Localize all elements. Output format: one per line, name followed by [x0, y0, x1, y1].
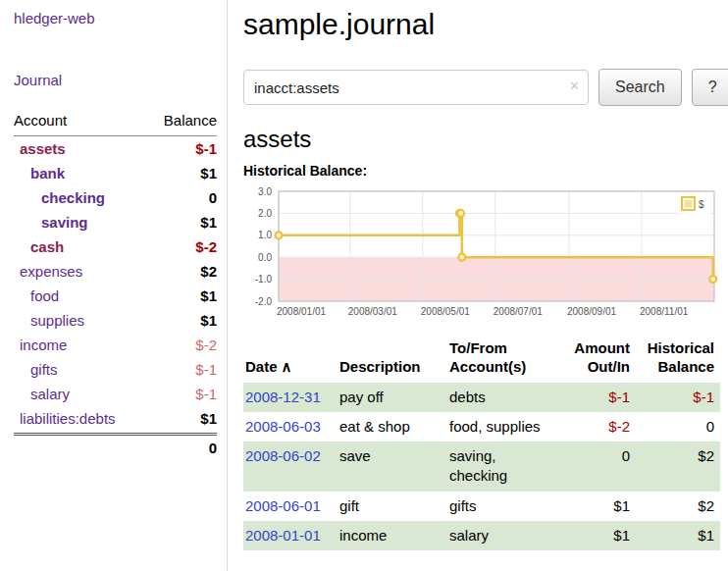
svg-text:1.0: 1.0: [258, 230, 272, 240]
account-balance: $-1: [195, 386, 217, 402]
svg-text:0.0: 0.0: [258, 252, 272, 263]
balance-column-header: Balance: [164, 112, 217, 129]
account-link-checking[interactable]: checking: [20, 189, 105, 206]
account-row: salary$-1: [14, 382, 217, 406]
account-link-saving[interactable]: saving: [20, 214, 88, 231]
transaction-row: 2008-01-01incomesalary$1$1: [243, 521, 720, 550]
nav-journal-link[interactable]: Journal: [14, 72, 217, 88]
account-link-liabilities-debts[interactable]: liabilities:debts: [20, 410, 116, 427]
total-balance: 0: [209, 440, 217, 456]
transaction-balance: $-1: [636, 383, 720, 412]
transaction-row: 2008-06-01giftgifts$1$2: [243, 492, 720, 521]
transaction-amount: $1: [555, 521, 636, 550]
svg-text:2008/07/01: 2008/07/01: [494, 306, 543, 317]
account-balance: $-2: [195, 337, 217, 353]
search-box: ✕: [243, 70, 589, 105]
header-date[interactable]: Date∧: [243, 336, 338, 383]
account-row: food$1: [14, 284, 217, 308]
account-balance: $-1: [195, 361, 217, 378]
search-bar: ✕ Search ?: [243, 69, 728, 106]
account-balance: $1: [200, 287, 217, 304]
svg-text:2008/03/01: 2008/03/01: [348, 306, 397, 317]
chart-container: 3.02.01.00.0-1.0-2.02008/01/012008/03/01…: [243, 186, 720, 326]
account-row: checking0: [14, 185, 217, 210]
svg-text:2008/11/01: 2008/11/01: [640, 306, 689, 317]
account-row: gifts$-1: [14, 357, 217, 382]
transaction-accounts: salary: [447, 521, 555, 550]
header-date-label: Date: [245, 358, 278, 375]
svg-text:2008/09/01: 2008/09/01: [567, 306, 616, 317]
main-content: sample.journal ✕ Search ? assets Histori…: [228, 0, 728, 571]
account-column-header: Account: [14, 112, 67, 129]
chart-title: Historical Balance:: [243, 163, 728, 179]
brand-link[interactable]: hledger-web: [14, 10, 217, 26]
transaction-description: save: [338, 441, 447, 492]
transaction-balance: $2: [636, 441, 720, 492]
account-link-gifts[interactable]: gifts: [20, 361, 58, 378]
account-link-food[interactable]: food: [20, 287, 59, 304]
transaction-amount: 0: [555, 441, 636, 492]
transaction-amount: $-2: [555, 412, 636, 441]
clear-search-icon[interactable]: ✕: [569, 79, 580, 92]
account-link-assets[interactable]: assets: [20, 140, 66, 157]
account-balance: $1: [200, 214, 217, 231]
account-link-bank[interactable]: bank: [20, 165, 65, 182]
transaction-date-link[interactable]: 2008-06-01: [245, 497, 321, 514]
account-balance: $2: [200, 263, 217, 280]
sort-ascending-icon: ∧: [282, 358, 292, 375]
transaction-date-cell: 2008-06-03: [243, 412, 338, 441]
transactions-table: Date∧ Description To/From Account(s) Amo…: [243, 336, 720, 550]
transaction-balance: 0: [636, 412, 720, 441]
account-balance: $1: [200, 165, 217, 182]
header-description: Description: [338, 336, 447, 383]
header-amount: Amount Out/In: [555, 336, 636, 383]
transaction-date-cell: 2008-06-02: [243, 441, 338, 492]
account-link-expenses[interactable]: expenses: [20, 263, 82, 280]
account-balance: 0: [209, 189, 217, 206]
total-row: 0: [14, 433, 217, 460]
account-link-income[interactable]: income: [20, 337, 67, 353]
transaction-accounts: debts: [447, 383, 555, 412]
account-balance: $-1: [195, 140, 217, 157]
account-row: saving$1: [14, 210, 217, 234]
transaction-accounts: food, supplies: [447, 412, 555, 441]
svg-text:3.0: 3.0: [258, 186, 272, 197]
transaction-date-link[interactable]: 2008-12-31: [245, 389, 321, 405]
search-input[interactable]: [243, 70, 589, 105]
transaction-date-link[interactable]: 2008-06-02: [245, 447, 321, 464]
account-tree-header: Account Balance: [14, 108, 217, 136]
account-link-salary[interactable]: salary: [20, 386, 70, 402]
account-balance: $-2: [195, 238, 217, 255]
transaction-date-link[interactable]: 2008-06-03: [245, 418, 321, 435]
account-row: expenses$2: [14, 259, 217, 284]
transaction-description: eat & shop: [338, 412, 447, 441]
transaction-description: gift: [338, 492, 447, 521]
header-balance: Historical Balance: [636, 336, 720, 383]
account-row: income$-2: [14, 333, 217, 357]
svg-text:2008/01/01: 2008/01/01: [277, 306, 326, 317]
svg-text:-2.0: -2.0: [255, 296, 273, 307]
transaction-row: 2008-12-31pay offdebts$-1$-1: [243, 383, 720, 412]
page-title: sample.journal: [243, 6, 728, 43]
transaction-description: pay off: [338, 383, 447, 412]
search-button[interactable]: Search: [598, 69, 682, 106]
account-row: assets$-1: [14, 136, 217, 161]
svg-text:$: $: [699, 199, 704, 210]
transaction-date-link[interactable]: 2008-01-01: [245, 527, 321, 544]
account-balance: $1: [200, 312, 217, 329]
transaction-amount: $-1: [555, 383, 636, 412]
transaction-row: 2008-06-02savesaving, checking0$2: [243, 441, 720, 492]
account-row: supplies$1: [14, 308, 217, 333]
help-button[interactable]: ?: [692, 69, 728, 106]
transaction-balance: $2: [636, 492, 720, 521]
account-heading: assets: [243, 126, 728, 153]
account-row: bank$1: [14, 161, 217, 185]
table-header-row: Date∧ Description To/From Account(s) Amo…: [243, 336, 720, 383]
account-link-supplies[interactable]: supplies: [20, 312, 84, 329]
sidebar: hledger-web Journal Account Balance asse…: [0, 0, 228, 571]
transaction-row: 2008-06-03eat & shopfood, supplies$-20: [243, 412, 720, 441]
transaction-accounts: saving, checking: [447, 441, 555, 492]
historical-balance-chart: 3.02.01.00.0-1.0-2.02008/01/012008/03/01…: [243, 186, 720, 322]
account-link-cash[interactable]: cash: [20, 238, 64, 255]
transaction-date-cell: 2008-06-01: [243, 492, 338, 521]
